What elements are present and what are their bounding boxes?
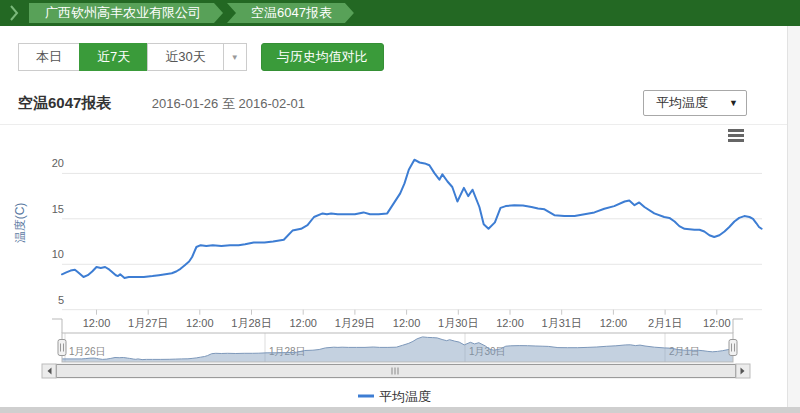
- range-dropdown-caret-icon[interactable]: ▼: [223, 43, 247, 71]
- x-axis-label: 2月1日: [648, 317, 682, 329]
- y-axis-title: 温度(C): [13, 203, 27, 244]
- navigator-area[interactable]: [62, 337, 733, 362]
- y-axis-label: 5: [58, 294, 64, 306]
- x-axis-label: 12:00: [393, 317, 421, 329]
- x-axis-label: 1月31日: [542, 317, 582, 329]
- select-caret-icon: ▼: [729, 98, 738, 108]
- navigator-outline-right: [733, 319, 743, 333]
- page-title: 空温6047报表: [18, 94, 111, 111]
- report-header: 空温6047报表 2016-01-26 至 2016-02-01 平均温度 ▼: [0, 90, 787, 117]
- x-axis-label: 12:00: [703, 317, 731, 329]
- temperature-chart: 510152012:001月27日12:001月28日12:001月29日12:…: [0, 125, 788, 409]
- x-axis-label: 1月27日: [128, 317, 168, 329]
- compare-history-button[interactable]: 与历史均值对比: [261, 43, 384, 71]
- x-axis-label: 12:00: [83, 317, 111, 329]
- y-axis-label: 15: [52, 203, 64, 215]
- range-button-7days[interactable]: 近7天: [79, 43, 148, 71]
- x-axis-label: 12:00: [600, 317, 628, 329]
- metric-select[interactable]: 平均温度 ▼: [643, 90, 747, 116]
- range-button-group: 本日 近7天 近30天 ▼: [18, 43, 247, 71]
- chart-context-menu-icon[interactable]: [728, 129, 744, 142]
- date-range-label: 2016-01-26 至 2016-02-01: [152, 96, 305, 111]
- x-axis-label: 1月28日: [231, 317, 271, 329]
- x-axis-label: 12:00: [496, 317, 524, 329]
- breadcrumb-item-report[interactable]: 空温6047报表: [227, 3, 354, 23]
- y-axis-label: 20: [52, 157, 64, 169]
- navigator-outline-left: [52, 319, 62, 333]
- metric-select-value: 平均温度: [656, 94, 708, 112]
- scrollbar-thumb[interactable]: [57, 365, 736, 378]
- scrollbar-left-button[interactable]: [42, 364, 56, 378]
- main-panel: 本日 近7天 近30天 ▼ 与历史均值对比 空温6047报表 2016-01-2…: [0, 26, 788, 407]
- navigator-handle-right[interactable]: [729, 340, 737, 356]
- legend-item-avg-temperature[interactable]: 平均温度: [358, 389, 431, 404]
- navigator-handle-left[interactable]: [58, 340, 66, 356]
- x-axis-label: 1月29日: [335, 317, 375, 329]
- legend-label: 平均温度: [379, 389, 431, 404]
- y-axis-label: 10: [52, 248, 64, 260]
- chart-area: 510152012:001月27日12:001月28日12:001月29日12:…: [0, 124, 787, 408]
- range-button-30days[interactable]: 近30天: [147, 43, 223, 71]
- x-axis-label: 1月30日: [438, 317, 478, 329]
- range-button-today[interactable]: 本日: [18, 43, 80, 71]
- bottom-edge-strip: [0, 407, 800, 413]
- navigator-axis-label: 1月26日: [69, 346, 106, 357]
- toolbar: 本日 近7天 近30天 ▼ 与历史均值对比: [0, 26, 787, 71]
- scrollbar-right-button[interactable]: [736, 364, 750, 378]
- breadcrumb-chevron-icon: [10, 5, 19, 21]
- x-axis-label: 12:00: [186, 317, 214, 329]
- breadcrumb: 广西钦州高丰农业有限公司 空温6047报表: [0, 0, 800, 26]
- x-axis-label: 12:00: [289, 317, 317, 329]
- breadcrumb-item-company[interactable]: 广西钦州高丰农业有限公司: [29, 3, 223, 23]
